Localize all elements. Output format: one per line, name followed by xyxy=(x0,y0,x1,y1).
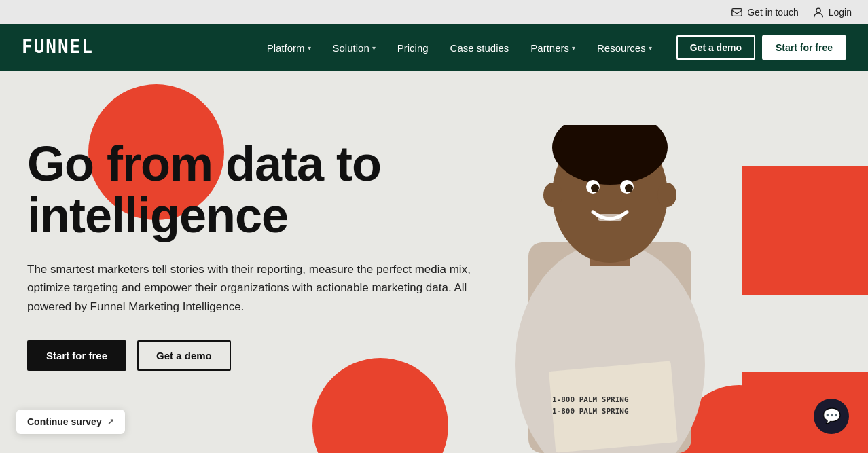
nav-platform[interactable]: Platform ▾ xyxy=(259,37,319,59)
svg-rect-12 xyxy=(598,214,622,221)
funnel-logo-svg: FUNNEL xyxy=(22,34,117,58)
survey-popup[interactable]: Continue survey ↗ xyxy=(16,410,125,434)
svg-rect-0 xyxy=(732,9,742,16)
rect-top-right-decoration xyxy=(742,166,868,295)
get-in-touch-link[interactable]: Get in touch xyxy=(731,6,799,18)
nav-case-studies[interactable]: Case studies xyxy=(442,37,518,59)
survey-label: Continue survey xyxy=(27,416,102,427)
svg-point-1 xyxy=(816,8,820,12)
nav-solution[interactable]: Solution ▾ xyxy=(325,37,384,59)
platform-chevron: ▾ xyxy=(308,44,311,52)
logo[interactable]: FUNNEL xyxy=(22,34,117,62)
svg-point-11 xyxy=(625,184,633,192)
message-icon xyxy=(731,6,743,18)
get-demo-button[interactable]: Get a demo xyxy=(676,35,755,60)
hero-buttons: Start for free Get a demo xyxy=(27,340,489,371)
svg-text:1-800 PALM SPRING: 1-800 PALM SPRING xyxy=(552,395,629,404)
svg-text:FUNNEL: FUNNEL xyxy=(22,37,94,57)
start-free-button[interactable]: Start for free xyxy=(762,35,846,60)
nav-pricing[interactable]: Pricing xyxy=(389,37,437,59)
hero-start-free-button[interactable]: Start for free xyxy=(27,340,126,371)
resources-chevron: ▾ xyxy=(649,44,652,52)
hero-content: Go from data to intelligence The smartes… xyxy=(27,98,489,371)
hero-subtext: The smartest marketers tell stories with… xyxy=(27,260,489,316)
chat-bubble[interactable]: 💬 xyxy=(814,399,849,434)
rect-bottom-right-decoration xyxy=(742,372,868,453)
nav-resources[interactable]: Resources ▾ xyxy=(589,37,660,59)
chat-icon: 💬 xyxy=(822,407,841,425)
survey-arrow-icon: ↗ xyxy=(107,417,114,427)
hero-section: Go from data to intelligence The smartes… xyxy=(0,71,868,453)
hero-headline: Go from data to intelligence xyxy=(27,139,489,241)
solution-chevron: ▾ xyxy=(372,44,376,52)
person-svg: 1-800 PALM SPRING 1-800 PALM SPRING xyxy=(488,125,732,453)
hero-get-demo-button[interactable]: Get a demo xyxy=(137,340,231,371)
login-link[interactable]: Login xyxy=(812,6,852,18)
get-in-touch-label: Get in touch xyxy=(747,7,799,18)
partners-chevron: ▾ xyxy=(572,44,575,52)
login-label: Login xyxy=(829,7,852,18)
user-icon xyxy=(812,6,825,18)
svg-point-14 xyxy=(657,183,676,207)
circle-bottom-center-decoration xyxy=(312,358,448,453)
top-bar: Get in touch Login xyxy=(0,0,868,24)
svg-point-10 xyxy=(591,184,599,192)
main-nav: FUNNEL Platform ▾ Solution ▾ Pricing Cas… xyxy=(0,24,868,71)
svg-point-13 xyxy=(543,183,562,207)
svg-text:1-800 PALM SPRING: 1-800 PALM SPRING xyxy=(552,407,629,416)
hero-image: 1-800 PALM SPRING 1-800 PALM SPRING xyxy=(481,125,739,453)
nav-links: Platform ▾ Solution ▾ Pricing Case studi… xyxy=(259,37,660,59)
nav-partners[interactable]: Partners ▾ xyxy=(522,37,583,59)
